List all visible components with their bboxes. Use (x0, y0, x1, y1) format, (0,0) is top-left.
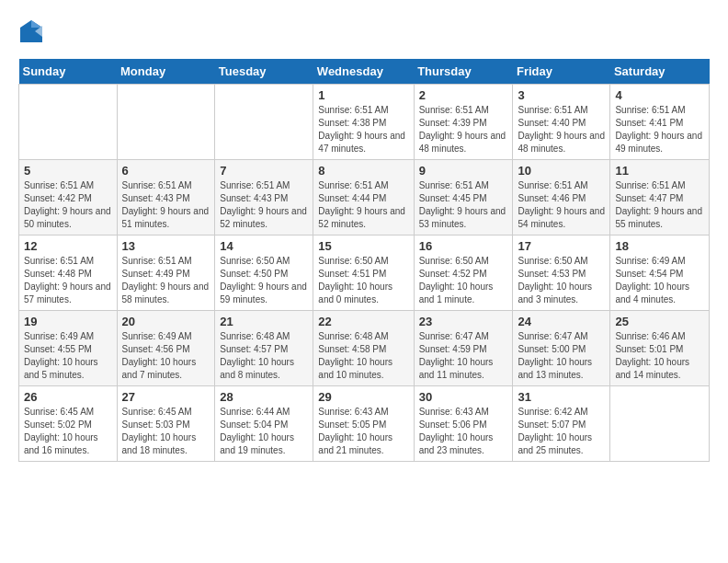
day-info: Sunrise: 6:50 AM Sunset: 4:50 PM Dayligh… (220, 255, 308, 306)
calendar-cell: 25Sunrise: 6:46 AM Sunset: 5:01 PM Dayli… (610, 311, 710, 386)
calendar-cell: 2Sunrise: 6:51 AM Sunset: 4:39 PM Daylig… (414, 85, 513, 160)
calendar-cell: 28Sunrise: 6:44 AM Sunset: 5:04 PM Dayli… (215, 386, 313, 462)
day-info: Sunrise: 6:44 AM Sunset: 5:04 PM Dayligh… (220, 406, 308, 457)
day-number: 24 (518, 315, 605, 328)
calendar-cell: 30Sunrise: 6:43 AM Sunset: 5:06 PM Dayli… (414, 386, 513, 462)
day-number: 16 (419, 239, 508, 253)
day-number: 5 (24, 164, 112, 178)
day-number: 3 (518, 88, 605, 102)
day-info: Sunrise: 6:51 AM Sunset: 4:46 PM Dayligh… (518, 179, 605, 231)
week-row-1: 1Sunrise: 6:51 AM Sunset: 4:38 PM Daylig… (19, 85, 710, 160)
day-info: Sunrise: 6:49 AM Sunset: 4:56 PM Dayligh… (122, 330, 210, 382)
calendar-table: SundayMondayTuesdayWednesdayThursdayFrid… (18, 59, 710, 462)
day-info: Sunrise: 6:43 AM Sunset: 5:05 PM Dayligh… (318, 406, 408, 457)
calendar-cell: 23Sunrise: 6:47 AM Sunset: 4:59 PM Dayli… (414, 311, 513, 386)
day-number: 23 (419, 315, 508, 328)
day-number: 13 (122, 239, 210, 253)
week-row-2: 5Sunrise: 6:51 AM Sunset: 4:42 PM Daylig… (19, 160, 710, 236)
header-day-friday: Friday (513, 59, 610, 85)
day-info: Sunrise: 6:45 AM Sunset: 5:02 PM Dayligh… (24, 406, 112, 457)
calendar-cell: 27Sunrise: 6:45 AM Sunset: 5:03 PM Dayli… (117, 386, 215, 462)
week-row-4: 19Sunrise: 6:49 AM Sunset: 4:55 PM Dayli… (19, 311, 710, 386)
day-info: Sunrise: 6:51 AM Sunset: 4:42 PM Dayligh… (24, 179, 112, 231)
day-info: Sunrise: 6:51 AM Sunset: 4:40 PM Dayligh… (518, 104, 605, 155)
calendar-cell: 19Sunrise: 6:49 AM Sunset: 4:55 PM Dayli… (19, 311, 118, 386)
day-number: 6 (122, 164, 210, 178)
day-info: Sunrise: 6:50 AM Sunset: 4:52 PM Dayligh… (419, 255, 508, 306)
calendar-cell: 26Sunrise: 6:45 AM Sunset: 5:02 PM Dayli… (19, 386, 118, 462)
day-info: Sunrise: 6:47 AM Sunset: 5:00 PM Dayligh… (518, 330, 605, 382)
header-day-thursday: Thursday (414, 59, 513, 85)
day-info: Sunrise: 6:50 AM Sunset: 4:53 PM Dayligh… (518, 255, 605, 306)
calendar-cell: 13Sunrise: 6:51 AM Sunset: 4:49 PM Dayli… (117, 236, 215, 311)
day-number: 11 (615, 164, 704, 178)
day-number: 28 (220, 390, 308, 404)
day-info: Sunrise: 6:43 AM Sunset: 5:06 PM Dayligh… (419, 406, 508, 457)
logo (18, 18, 48, 44)
day-number: 25 (615, 315, 704, 328)
day-number: 17 (518, 239, 605, 253)
week-row-3: 12Sunrise: 6:51 AM Sunset: 4:48 PM Dayli… (19, 236, 710, 311)
day-info: Sunrise: 6:50 AM Sunset: 4:51 PM Dayligh… (318, 255, 408, 306)
day-info: Sunrise: 6:46 AM Sunset: 5:01 PM Dayligh… (615, 330, 704, 382)
calendar-cell: 31Sunrise: 6:42 AM Sunset: 5:07 PM Dayli… (513, 386, 610, 462)
day-number: 31 (518, 390, 605, 404)
day-number: 7 (220, 164, 308, 178)
calendar-cell: 4Sunrise: 6:51 AM Sunset: 4:41 PM Daylig… (610, 85, 710, 160)
calendar-cell (215, 85, 313, 160)
day-number: 1 (318, 88, 408, 102)
header-day-sunday: Sunday (19, 59, 118, 85)
calendar-cell: 15Sunrise: 6:50 AM Sunset: 4:51 PM Dayli… (313, 236, 414, 311)
day-number: 29 (318, 390, 408, 404)
calendar-cell: 1Sunrise: 6:51 AM Sunset: 4:38 PM Daylig… (313, 85, 414, 160)
day-info: Sunrise: 6:51 AM Sunset: 4:44 PM Dayligh… (318, 179, 408, 231)
day-info: Sunrise: 6:45 AM Sunset: 5:03 PM Dayligh… (122, 406, 210, 457)
calendar-cell: 8Sunrise: 6:51 AM Sunset: 4:44 PM Daylig… (313, 160, 414, 236)
calendar-cell: 21Sunrise: 6:48 AM Sunset: 4:57 PM Dayli… (215, 311, 313, 386)
day-info: Sunrise: 6:51 AM Sunset: 4:39 PM Dayligh… (419, 104, 508, 155)
day-info: Sunrise: 6:48 AM Sunset: 4:58 PM Dayligh… (318, 330, 408, 382)
calendar-body: 1Sunrise: 6:51 AM Sunset: 4:38 PM Daylig… (19, 85, 710, 462)
calendar-cell: 10Sunrise: 6:51 AM Sunset: 4:46 PM Dayli… (513, 160, 610, 236)
calendar-cell: 6Sunrise: 6:51 AM Sunset: 4:43 PM Daylig… (117, 160, 215, 236)
calendar-cell: 14Sunrise: 6:50 AM Sunset: 4:50 PM Dayli… (215, 236, 313, 311)
day-number: 15 (318, 239, 408, 253)
day-info: Sunrise: 6:51 AM Sunset: 4:38 PM Dayligh… (318, 104, 408, 155)
calendar-cell: 9Sunrise: 6:51 AM Sunset: 4:45 PM Daylig… (414, 160, 513, 236)
page-header (18, 18, 710, 44)
day-info: Sunrise: 6:51 AM Sunset: 4:43 PM Dayligh… (220, 179, 308, 231)
day-number: 30 (419, 390, 508, 404)
day-info: Sunrise: 6:51 AM Sunset: 4:49 PM Dayligh… (122, 255, 210, 306)
header-day-saturday: Saturday (610, 59, 710, 85)
header-day-monday: Monday (117, 59, 215, 85)
day-info: Sunrise: 6:47 AM Sunset: 4:59 PM Dayligh… (419, 330, 508, 382)
calendar-cell (610, 386, 710, 462)
svg-marker-1 (31, 20, 42, 28)
calendar-cell: 16Sunrise: 6:50 AM Sunset: 4:52 PM Dayli… (414, 236, 513, 311)
day-number: 12 (24, 239, 112, 253)
calendar-cell: 29Sunrise: 6:43 AM Sunset: 5:05 PM Dayli… (313, 386, 414, 462)
calendar-cell: 20Sunrise: 6:49 AM Sunset: 4:56 PM Dayli… (117, 311, 215, 386)
day-info: Sunrise: 6:51 AM Sunset: 4:45 PM Dayligh… (419, 179, 508, 231)
day-info: Sunrise: 6:51 AM Sunset: 4:43 PM Dayligh… (122, 179, 210, 231)
day-info: Sunrise: 6:48 AM Sunset: 4:57 PM Dayligh… (220, 330, 308, 382)
day-info: Sunrise: 6:49 AM Sunset: 4:54 PM Dayligh… (615, 255, 704, 306)
day-info: Sunrise: 6:51 AM Sunset: 4:48 PM Dayligh… (24, 255, 112, 306)
week-row-5: 26Sunrise: 6:45 AM Sunset: 5:02 PM Dayli… (19, 386, 710, 462)
day-info: Sunrise: 6:51 AM Sunset: 4:41 PM Dayligh… (615, 104, 704, 155)
calendar-header: SundayMondayTuesdayWednesdayThursdayFrid… (19, 59, 710, 85)
day-number: 20 (122, 315, 210, 328)
calendar-cell (117, 85, 215, 160)
calendar-cell: 22Sunrise: 6:48 AM Sunset: 4:58 PM Dayli… (313, 311, 414, 386)
calendar-cell: 11Sunrise: 6:51 AM Sunset: 4:47 PM Dayli… (610, 160, 710, 236)
calendar-cell: 18Sunrise: 6:49 AM Sunset: 4:54 PM Dayli… (610, 236, 710, 311)
header-row: SundayMondayTuesdayWednesdayThursdayFrid… (19, 59, 710, 85)
header-day-tuesday: Tuesday (215, 59, 313, 85)
calendar-cell: 24Sunrise: 6:47 AM Sunset: 5:00 PM Dayli… (513, 311, 610, 386)
day-number: 19 (24, 315, 112, 328)
logo-icon (18, 18, 44, 44)
day-number: 27 (122, 390, 210, 404)
calendar-cell: 17Sunrise: 6:50 AM Sunset: 4:53 PM Dayli… (513, 236, 610, 311)
day-number: 18 (615, 239, 704, 253)
calendar-cell: 12Sunrise: 6:51 AM Sunset: 4:48 PM Dayli… (19, 236, 118, 311)
